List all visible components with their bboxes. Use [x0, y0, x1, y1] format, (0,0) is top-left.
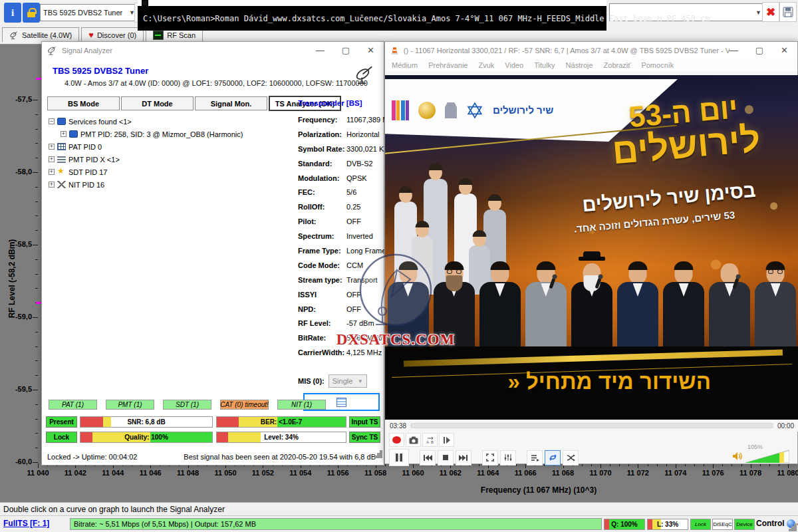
- transponder-row-value: QPSK: [346, 174, 367, 182]
- stop-icon: [442, 454, 449, 461]
- ab-loop-button[interactable]: AB: [422, 433, 438, 447]
- shuffle-button[interactable]: [563, 450, 579, 466]
- desktop: i TBS 5925 DVBS2 Tuner ▼ + ↥ ▼ ✖ Satelli…: [0, 0, 798, 532]
- maximize-icon[interactable]: ▢: [342, 42, 350, 59]
- x-tick: [600, 464, 601, 468]
- y-tick-minor: [35, 332, 38, 332]
- menu-item-zvuk[interactable]: Zvuk: [478, 61, 494, 69]
- clear-x-icon[interactable]: ✖: [762, 2, 779, 22]
- sa-title-bar[interactable]: Signal Analyzer — ▢ ✕: [42, 42, 384, 59]
- pid-button-cat-0-timeout[interactable]: CAT (0) timeout!: [220, 400, 269, 410]
- seek-slider[interactable]: [410, 423, 773, 428]
- transponder-row-value: DVB-S2: [346, 160, 373, 168]
- pid-button-pat-1[interactable]: PAT (1): [49, 400, 97, 410]
- next-button[interactable]: [456, 450, 471, 466]
- minimize-icon[interactable]: —: [730, 42, 738, 59]
- mis-select[interactable]: Single ▼: [329, 374, 367, 388]
- playlist-button[interactable]: [527, 450, 543, 466]
- app-tab-satellite-4-0w[interactable]: Satellite (4.0W): [2, 27, 79, 42]
- y-tick-label: -59,5: [3, 385, 32, 393]
- close-icon[interactable]: ✕: [781, 42, 788, 59]
- menu-item-video[interactable]: Video: [505, 61, 523, 69]
- vlc-menu-bar: MédiumPrehrávanieZvukVideoTitulkyNástroj…: [385, 59, 797, 71]
- tree-item[interactable]: +PMT PID: 258, SID: 3 @ Mizmor_OB8 (Harm…: [47, 128, 287, 140]
- volume-control[interactable]: 105%: [732, 445, 792, 464]
- menu-item-zobrazi[interactable]: Zobraziť: [604, 61, 631, 69]
- pid-button-pmt-1[interactable]: PMT (1): [106, 400, 154, 410]
- vlc-advanced-controls: AB: [389, 433, 454, 447]
- tree-item[interactable]: −Services found <1>: [47, 115, 287, 128]
- vlc-video-area[interactable]: שיר לירושלים יום ה-53 לירושלים בסימן שיר…: [385, 75, 798, 420]
- loop-button[interactable]: [545, 450, 561, 466]
- tree-expander[interactable]: +: [49, 144, 55, 150]
- y-tick: [33, 245, 38, 245]
- cmd-console[interactable]: C:\Users\Roman>Roman Dávid_www.dxsatcs.c…: [138, 6, 606, 31]
- sync-ts-button[interactable]: Sync TS: [349, 432, 380, 443]
- vlc-title-bar[interactable]: () - 11067 Horizontal 3300,021 / RF: -57…: [385, 42, 797, 59]
- tree-expander[interactable]: +: [49, 182, 55, 188]
- stop-button[interactable]: [438, 450, 454, 466]
- x-tick: [38, 464, 39, 468]
- lock-indicator-button[interactable]: Lock: [690, 519, 711, 530]
- transponder-row-label: Spectrum:: [298, 232, 346, 240]
- lock-button[interactable]: Lock: [46, 432, 77, 443]
- frame-by-frame-button[interactable]: [439, 433, 454, 447]
- info-icon[interactable]: i: [4, 3, 21, 23]
- pid-button-row: PAT (1)PMT (1)SDT (1)CAT (0) timeout!NIT…: [49, 400, 326, 410]
- y-tick-minor: [35, 187, 38, 188]
- tree-item[interactable]: +PMT PID X <1>: [47, 153, 287, 166]
- menu-item-prehr-vanie[interactable]: Prehrávanie: [428, 61, 467, 69]
- singer-figure: [523, 257, 569, 346]
- tuner-select[interactable]: TBS 5925 DVBS2 Tuner ▼: [40, 4, 138, 21]
- level-meter: Level: 34%: [216, 432, 346, 443]
- transponder-row-value: OFF: [346, 305, 361, 313]
- fullts-link[interactable]: FullTS [F: 1]: [3, 519, 49, 528]
- device-button[interactable]: Device: [734, 519, 755, 530]
- floppy-save-icon[interactable]: [779, 2, 797, 22]
- menu-item-pomocn-k[interactable]: Pomocník: [641, 61, 674, 69]
- menu-item-n-stroje[interactable]: Nástroje: [566, 61, 593, 69]
- tree-expander[interactable]: −: [49, 118, 55, 124]
- extended-settings-button[interactable]: [500, 450, 516, 466]
- sa-tab-bs-mode[interactable]: BS Mode: [47, 96, 120, 110]
- menu-item-titulky[interactable]: Titulky: [534, 61, 555, 69]
- sa-tab-dt-mode[interactable]: DT Mode: [121, 96, 194, 110]
- bottom-status-bar: FullTS [F: 1] Bitrate: ~ 5,51 Mbps (of 5…: [0, 515, 798, 532]
- lock-icon[interactable]: [23, 3, 40, 23]
- previous-button[interactable]: [420, 450, 436, 466]
- y-tick-minor: [35, 288, 38, 289]
- sa-tab-signal-mon[interactable]: Signal Mon.: [195, 96, 267, 110]
- vlc-seek-row: 03:38 00:00: [385, 420, 798, 432]
- diseqc-button[interactable]: DiSEqC: [712, 519, 733, 530]
- minimize-icon[interactable]: —: [316, 42, 325, 59]
- control-label: Control: [756, 519, 785, 528]
- tree-expander[interactable]: +: [61, 131, 66, 137]
- pid-button-sdt-1[interactable]: SDT (1): [163, 400, 211, 410]
- present-button[interactable]: Present: [46, 416, 77, 428]
- tree-item[interactable]: +PAT PID 0: [47, 140, 287, 153]
- close-icon[interactable]: ✕: [367, 42, 374, 59]
- input-ts-button[interactable]: Input TS: [349, 416, 380, 428]
- maximize-icon[interactable]: ▢: [755, 42, 763, 59]
- volume-slider[interactable]: [745, 450, 789, 463]
- tree-item[interactable]: +NIT PID 16: [47, 178, 287, 191]
- x-tick-label: 11 080: [769, 469, 798, 477]
- app-tab-discover-0[interactable]: ♥Discover (0): [81, 27, 144, 42]
- menu-item-m-dium[interactable]: Médium: [392, 61, 418, 69]
- resize-grip[interactable]: [794, 523, 797, 526]
- tree-item[interactable]: +SDT PID 17: [47, 166, 287, 178]
- tree-expander[interactable]: +: [49, 156, 55, 162]
- satellite-dish-icon: [47, 46, 57, 56]
- fullscreen-button[interactable]: [482, 450, 498, 466]
- snapshot-button[interactable]: [406, 433, 421, 447]
- resize-grip[interactable]: [380, 450, 382, 453]
- record-button[interactable]: [389, 433, 404, 447]
- cmd-title-bar[interactable]: [138, 0, 606, 6]
- transponder-row-value: 4,125 MHz: [346, 348, 382, 356]
- ber-meter: BER: <1.0E-7: [216, 416, 346, 428]
- command-prompt-window[interactable]: C:\Users\Roman>Roman Dávid_www.dxsatcs.c…: [138, 0, 606, 31]
- tree-expander[interactable]: +: [49, 169, 55, 175]
- pause-button[interactable]: [389, 449, 409, 466]
- pid-button-nit-1[interactable]: NIT (1): [277, 400, 326, 410]
- frame-step-icon: [443, 436, 451, 444]
